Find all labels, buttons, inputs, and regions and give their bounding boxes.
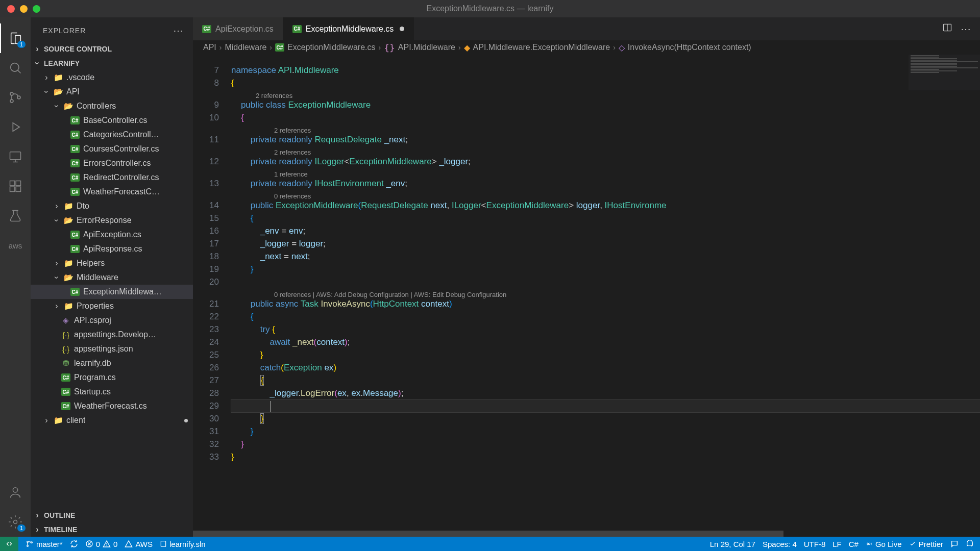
maximize-window[interactable] <box>33 5 40 13</box>
window-title: ExceptionMiddleware.cs — learnify <box>427 4 554 13</box>
editor-area: C# ApiException.cs C# ExceptionMiddlewar… <box>193 17 980 537</box>
file-basecontroller[interactable]: C#BaseController.cs <box>31 113 193 128</box>
git-branch[interactable]: master* <box>26 540 63 548</box>
file-weatherforecast[interactable]: C#WeatherForecast.cs <box>31 399 193 413</box>
file-weathercontroller[interactable]: C#WeatherForecastC… <box>31 185 193 199</box>
sync-icon[interactable] <box>70 540 78 548</box>
testing-tab-icon[interactable] <box>0 201 31 231</box>
aws-tab-icon[interactable]: aws <box>0 231 31 260</box>
folder-middleware[interactable]: ›📂Middleware <box>31 270 193 285</box>
language-mode[interactable]: C# <box>849 540 859 548</box>
unsaved-indicator <box>400 27 404 31</box>
svg-rect-5 <box>10 181 15 186</box>
breadcrumbs[interactable]: API› Middleware› C#ExceptionMiddleware.c… <box>193 40 980 55</box>
svg-point-13 <box>27 545 29 547</box>
settings-badge: 1 <box>17 524 26 532</box>
file-apiresponse[interactable]: C#ApiResponse.cs <box>31 242 193 256</box>
code-editor[interactable]: 7 8 9 10 11 12 13 14 15 16 17 18 19 20 <box>193 55 980 531</box>
minimize-window[interactable] <box>20 5 28 13</box>
remote-explorer-tab-icon[interactable] <box>0 142 31 171</box>
file-program[interactable]: C#Program.cs <box>31 370 193 385</box>
line-gutter: 7 8 9 10 11 12 13 14 15 16 17 18 19 20 <box>193 55 231 531</box>
file-learnify-db[interactable]: ⛃learnify.db <box>31 356 193 370</box>
svg-rect-16 <box>161 541 165 547</box>
file-coursescontroller[interactable]: C#CoursesController.cs <box>31 142 193 156</box>
file-exceptionmiddleware[interactable]: C#ExceptionMiddlewa… <box>31 285 193 299</box>
close-window[interactable] <box>7 5 15 13</box>
codelens-next[interactable]: 2 references <box>231 124 980 133</box>
svg-point-17 <box>868 543 870 545</box>
status-bar: master* 0 0 AWS learnify.sln Ln 29, Col … <box>0 537 980 551</box>
notifications-icon[interactable] <box>966 540 974 548</box>
go-live[interactable]: Go Live <box>866 540 902 548</box>
svg-rect-8 <box>16 187 20 191</box>
folder-api[interactable]: ›📂API <box>31 85 193 99</box>
folder-client[interactable]: ›📁client <box>31 413 193 428</box>
svg-point-0 <box>11 63 19 71</box>
source-control-section[interactable]: › SOURCE CONTROL <box>31 42 193 56</box>
file-apiexception[interactable]: C#ApiException.cs <box>31 228 193 242</box>
folder-vscode[interactable]: ›📁.vscode <box>31 70 193 85</box>
settings-icon[interactable]: 1 <box>0 507 31 537</box>
cursor-position[interactable]: Ln 29, Col 17 <box>710 540 755 548</box>
folder-controllers[interactable]: ›📂Controllers <box>31 99 193 113</box>
prettier[interactable]: Prettier <box>909 540 943 548</box>
codelens-ctor[interactable]: 0 references <box>231 190 980 199</box>
split-editor-icon[interactable] <box>942 22 952 35</box>
file-categoriescontroller[interactable]: C#CategoriesControll… <box>31 128 193 142</box>
file-errorscontroller[interactable]: C#ErrorsController.cs <box>31 156 193 170</box>
tab-exceptionmiddleware[interactable]: C# ExceptionMiddleware.cs <box>283 17 414 40</box>
file-redirectcontroller[interactable]: C#RedirectController.cs <box>31 170 193 185</box>
svg-point-10 <box>14 520 17 524</box>
timeline-section[interactable]: › TIMELINE <box>31 522 193 537</box>
svg-point-2 <box>10 99 13 103</box>
svg-rect-6 <box>16 181 20 186</box>
file-appsettings-dev[interactable]: {·}appsettings.Develop… <box>31 328 193 342</box>
explorer-tab-icon[interactable]: 1 <box>0 23 31 53</box>
extensions-tab-icon[interactable] <box>0 171 31 201</box>
svg-rect-4 <box>10 152 21 160</box>
file-api-csproj[interactable]: ◈API.csproj <box>31 313 193 328</box>
svg-point-1 <box>10 92 13 95</box>
explorer-badge: 1 <box>17 41 26 48</box>
accounts-icon[interactable] <box>0 478 31 507</box>
horizontal-scrollbar[interactable] <box>193 531 980 537</box>
source-control-tab-icon[interactable] <box>0 83 31 112</box>
more-actions-icon[interactable]: ⋯ <box>961 23 971 35</box>
folder-errorresponse[interactable]: ›📂ErrorResponse <box>31 213 193 228</box>
explorer-more-icon[interactable]: ⋯ <box>173 24 184 37</box>
file-startup[interactable]: C#Startup.cs <box>31 385 193 399</box>
problems[interactable]: 0 0 <box>85 540 118 548</box>
codelens-invoke[interactable]: 0 references | AWS: Add Debug Configurat… <box>231 288 980 297</box>
folder-helpers[interactable]: ›📁Helpers <box>31 256 193 270</box>
workspace-root[interactable]: › LEARNIFY <box>31 56 193 70</box>
codelens-class[interactable]: 2 references <box>231 89 980 98</box>
text-cursor <box>270 401 271 412</box>
svg-point-9 <box>13 488 17 492</box>
search-tab-icon[interactable] <box>0 53 31 83</box>
codelens-logger[interactable]: 2 references <box>231 146 980 155</box>
minimap[interactable] <box>909 55 980 90</box>
aws-status[interactable]: AWS <box>125 540 153 548</box>
folder-properties[interactable]: ›📁Properties <box>31 299 193 313</box>
explorer-title: EXPLORER <box>43 27 86 35</box>
eol[interactable]: LF <box>832 540 842 548</box>
editor-tabs: C# ApiException.cs C# ExceptionMiddlewar… <box>193 17 980 40</box>
run-debug-tab-icon[interactable] <box>0 112 31 142</box>
svg-point-12 <box>27 541 29 543</box>
folder-dto[interactable]: ›📁Dto <box>31 199 193 213</box>
feedback-icon[interactable] <box>950 540 959 548</box>
window-controls <box>7 5 40 13</box>
encoding[interactable]: UTF-8 <box>804 540 826 548</box>
tab-apiexception[interactable]: C# ApiException.cs <box>193 17 283 40</box>
title-bar: ExceptionMiddleware.cs — learnify <box>0 0 980 17</box>
remote-indicator-icon[interactable] <box>0 537 18 551</box>
indentation[interactable]: Spaces: 4 <box>763 540 797 548</box>
solution-file[interactable]: learnify.sln <box>160 540 206 548</box>
activity-bar: 1 aws 1 <box>0 17 31 537</box>
code-content[interactable]: namespace API.Middleware { 2 references … <box>231 55 980 531</box>
explorer-sidebar: EXPLORER ⋯ › SOURCE CONTROL › LEARNIFY ›… <box>31 17 193 537</box>
outline-section[interactable]: › OUTLINE <box>31 508 193 522</box>
codelens-env[interactable]: 1 reference <box>231 168 980 177</box>
file-appsettings[interactable]: {·}appsettings.json <box>31 342 193 356</box>
